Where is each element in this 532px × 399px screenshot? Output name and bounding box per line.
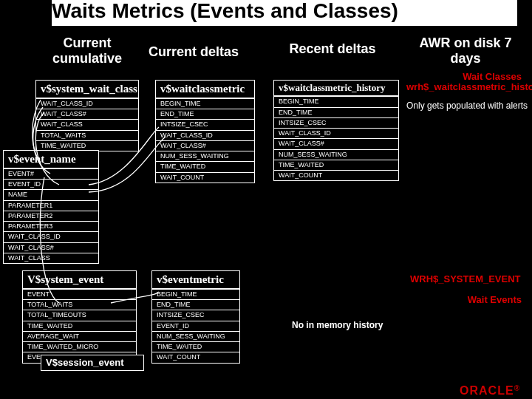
col: END_TIME bbox=[152, 299, 239, 310]
col: TIME_WAITED bbox=[36, 140, 138, 151]
col: WAIT_COUNT bbox=[152, 352, 239, 362]
col: INTSIZE_CSEC bbox=[274, 117, 398, 128]
table-title: V$system_event bbox=[23, 271, 136, 289]
col: EVENT_ID bbox=[4, 179, 98, 189]
table-waitclassmetric: v$waitclassmetric BEGIN_TIME END_TIME IN… bbox=[155, 80, 255, 183]
col: TIME_WAITED_MICRO bbox=[23, 341, 136, 352]
oracle-logo: ORACLE® bbox=[460, 384, 520, 398]
col: NUM_SESS_WAITING bbox=[274, 149, 398, 160]
table-title: v$eventmetric bbox=[152, 271, 239, 289]
col: BEGIN_TIME bbox=[152, 289, 239, 299]
col: WAIT_CLASS bbox=[4, 253, 98, 263]
footer-bar: ORACLE® bbox=[0, 381, 532, 399]
table-system-event: V$system_event EVENT TOTAL_WAITS TOTAL_T… bbox=[22, 270, 137, 364]
table-eventmetric: v$eventmetric BEGIN_TIME END_TIME INTSIZ… bbox=[151, 270, 240, 364]
col: WAIT_CLASS# bbox=[4, 242, 98, 253]
col: TIME_WAITED bbox=[274, 160, 398, 170]
col: TIME_WAITED bbox=[156, 161, 254, 171]
col: AVERAGE_WAIT bbox=[23, 331, 136, 341]
col: WAIT_CLASS# bbox=[274, 138, 398, 149]
section-wait-events: Wait Events bbox=[468, 294, 522, 305]
note-no-memory: No in memory history bbox=[292, 320, 383, 330]
col: INTSIZE_CSEC bbox=[152, 310, 239, 320]
table-waitclassmetric-history: v$waitclassmetric_history BEGIN_TIME END… bbox=[273, 80, 399, 181]
col: BEGIN_TIME bbox=[156, 98, 254, 109]
col: PARAMETER3 bbox=[4, 221, 98, 231]
col: WAIT_CLASS_ID bbox=[4, 231, 98, 242]
col: NUM_SESS_WAITING bbox=[152, 331, 239, 341]
note-alerts: Only gets populated with alerts bbox=[406, 100, 528, 111]
col: BEGIN_TIME bbox=[274, 96, 398, 106]
col: END_TIME bbox=[274, 107, 398, 117]
col: WAIT_CLASS bbox=[36, 119, 138, 129]
awr-wrh-system-event: WRH$_SYSTEM_EVENT bbox=[410, 273, 521, 284]
table-title: V$session_event bbox=[41, 355, 143, 370]
col: NUM_SESS_WAITING bbox=[156, 151, 254, 161]
col: END_TIME bbox=[156, 109, 254, 119]
col: EVENT# bbox=[4, 168, 98, 179]
col: TIME_WAITED bbox=[23, 321, 136, 331]
col-header-cumulative: Current cumulative bbox=[35, 35, 139, 66]
table-system-wait-class: v$system_wait_class WAIT_CLASS_ID WAIT_C… bbox=[35, 80, 139, 151]
col: TOTAL_WAITS bbox=[23, 299, 136, 310]
table-title: v$event_name bbox=[4, 151, 98, 168]
col: TOTAL_WAITS bbox=[36, 130, 138, 140]
table-title: v$waitclassmetric_history bbox=[274, 81, 398, 96]
awr-wrh-waitclass: wrh$_waitclassmetric_history bbox=[406, 81, 532, 92]
table-title: v$system_wait_class bbox=[36, 81, 138, 98]
col: WAIT_CLASS# bbox=[156, 140, 254, 151]
table-event-name: v$event_name EVENT# EVENT_ID NAME PARAME… bbox=[3, 150, 99, 264]
col-header-current-deltas: Current deltas bbox=[142, 44, 245, 60]
slide-title: Waits Metrics (Events and Classes) bbox=[52, 0, 517, 26]
section-wait-classes: Wait Classes bbox=[463, 71, 522, 82]
col: WAIT_CLASS_ID bbox=[156, 130, 254, 140]
col: TIME_WAITED bbox=[152, 341, 239, 352]
col: NAME bbox=[4, 189, 98, 200]
col: WAIT_COUNT bbox=[156, 172, 254, 183]
col-header-awr: AWR on disk 7 days bbox=[406, 35, 525, 66]
col: INTSIZE_CSEC bbox=[156, 119, 254, 129]
table-session-event: V$session_event bbox=[41, 355, 144, 371]
col: PARAMETER2 bbox=[4, 211, 98, 221]
table-title: v$waitclassmetric bbox=[156, 81, 254, 98]
col: PARAMETER1 bbox=[4, 200, 98, 211]
col: WAIT_CLASS# bbox=[36, 109, 138, 119]
col: TOTAL_TIMEOUTS bbox=[23, 310, 136, 320]
col: WAIT_CLASS_ID bbox=[274, 128, 398, 138]
col: EVENT bbox=[23, 289, 136, 299]
col-header-recent-deltas: Recent deltas bbox=[273, 41, 392, 57]
diagram-area: Current cumulative Current deltas Recent… bbox=[0, 35, 532, 381]
col: WAIT_CLASS_ID bbox=[36, 98, 138, 109]
col: WAIT_COUNT bbox=[274, 170, 398, 180]
col: EVENT_ID bbox=[152, 321, 239, 331]
